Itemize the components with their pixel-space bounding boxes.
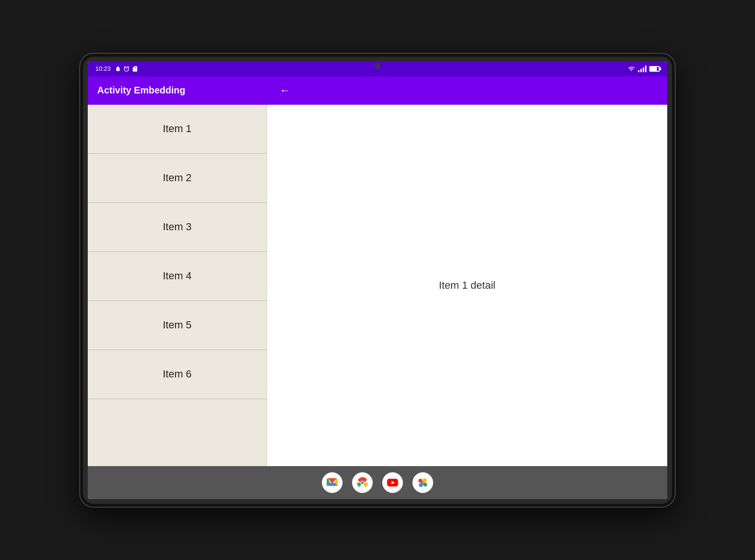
list-item-3-label: Item 3: [163, 221, 192, 233]
tablet-screen: 10:23: [88, 61, 667, 499]
status-left: 10:23: [95, 65, 138, 72]
list-item-5-label: Item 5: [163, 319, 192, 331]
photos-icon[interactable]: [412, 472, 433, 493]
chrome-icon[interactable]: [352, 472, 373, 493]
list-item-4-label: Item 4: [163, 270, 192, 282]
tablet-frame: 10:23: [80, 54, 675, 507]
list-item-1-label: Item 1: [163, 123, 192, 135]
detail-text: Item 1 detail: [439, 279, 495, 292]
list-item-3[interactable]: Item 3: [88, 203, 267, 252]
list-item-5[interactable]: Item 5: [88, 301, 267, 350]
notification-icon: [115, 66, 121, 72]
app-bar: Activity Embedding ←: [88, 76, 667, 105]
battery-icon: [649, 66, 660, 72]
status-right: [628, 66, 660, 72]
app-title: Activity Embedding: [97, 85, 185, 96]
signal-bars: [638, 66, 646, 72]
list-item-1[interactable]: Item 1: [88, 105, 267, 154]
youtube-icon[interactable]: [382, 472, 403, 493]
list-panel: Item 1 Item 2 Item 3 Item 4 Item 5 Item …: [88, 105, 267, 466]
back-button[interactable]: ←: [280, 84, 290, 97]
sd-icon: [132, 66, 138, 72]
alarm-icon: [123, 66, 130, 72]
status-time: 10:23: [95, 65, 111, 72]
content-area: Item 1 Item 2 Item 3 Item 4 Item 5 Item …: [88, 105, 667, 466]
status-icons: [115, 66, 138, 72]
list-item-2[interactable]: Item 2: [88, 154, 267, 203]
camera: [375, 63, 380, 69]
taskbar: [88, 466, 667, 499]
gmail-icon[interactable]: [322, 472, 343, 493]
list-item-6[interactable]: Item 6: [88, 350, 267, 399]
list-item-2-label: Item 2: [163, 172, 192, 184]
svg-point-3: [361, 481, 364, 484]
detail-panel: Item 1 detail: [267, 105, 667, 466]
list-item-4[interactable]: Item 4: [88, 252, 267, 301]
list-item-6-label: Item 6: [163, 368, 192, 380]
wifi-icon: [628, 66, 635, 72]
